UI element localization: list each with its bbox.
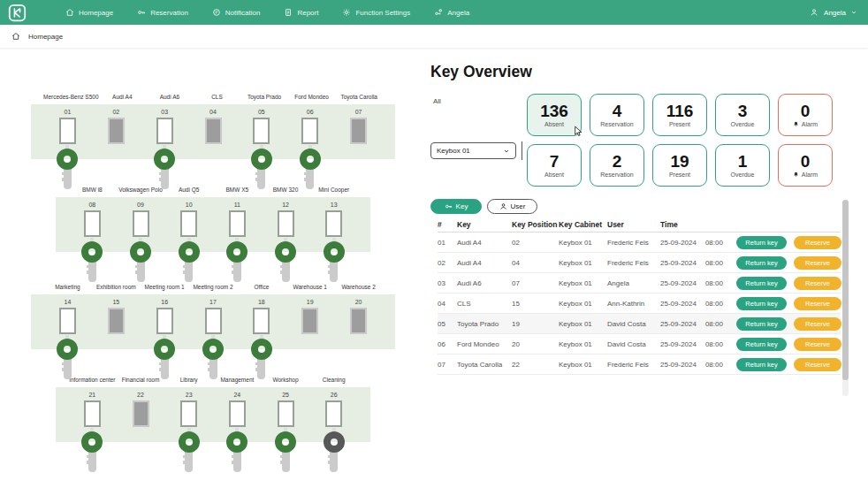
return-key-button[interactable]: Return key (736, 358, 787, 371)
key-slot-26[interactable]: 26 (309, 387, 358, 442)
cell-key: Toyota Prado (457, 320, 512, 328)
stat-card-reservation[interactable]: 2Reservation (590, 144, 644, 187)
table-body: 01Audi A402Keybox 01Frederic Fels25-09-2… (438, 233, 841, 375)
stat-card-present[interactable]: 19Present (652, 144, 707, 187)
toggle-key-button[interactable]: Key (430, 199, 482, 214)
key-slot-06[interactable]: 06 (286, 104, 334, 159)
stat-card-alarm[interactable]: 0Alarm (778, 94, 833, 136)
return-key-button[interactable]: Return key (736, 297, 787, 310)
key-slot-17[interactable]: 17 (189, 294, 238, 349)
slot-label: Volkswagen Polo (117, 187, 165, 195)
key-slot-18[interactable]: 18 (237, 294, 286, 349)
reserve-button[interactable]: Reserve (794, 236, 841, 249)
slot-label: BMW i8 (68, 187, 117, 195)
key-slot-22[interactable]: 22 (117, 387, 165, 442)
key-slot-16[interactable]: 16 (141, 294, 189, 349)
slot-label: Workshop (262, 377, 310, 385)
key-slot-19[interactable]: 19 (286, 294, 334, 349)
stat-card-present[interactable]: 116Present (652, 94, 707, 136)
home-icon[interactable] (11, 32, 21, 42)
stat-card-absent[interactable]: 7Absent (527, 144, 582, 187)
key-slot-23[interactable]: 23 (164, 387, 213, 442)
nav-item-function-settings[interactable]: Function Settings (342, 8, 410, 17)
nav-item-reservation[interactable]: Reservation (137, 8, 188, 17)
return-key-button[interactable]: Return key (736, 317, 787, 331)
key-slot-21[interactable]: 21 (68, 387, 117, 442)
table-row: 01Audi A402Keybox 01Frederic Fels25-09-2… (438, 233, 841, 253)
key-slot-03[interactable]: 03 (141, 104, 189, 159)
key-shank-icon (64, 357, 72, 379)
slot-socket (253, 118, 270, 144)
bell-icon (793, 121, 799, 127)
key-slot-04[interactable]: 04 (189, 104, 238, 159)
nav-item-angela[interactable]: Angela (434, 8, 469, 17)
user-menu[interactable]: Angela (810, 8, 857, 18)
reserve-button[interactable]: Reserve (794, 317, 841, 331)
key-slot-02[interactable]: 02 (92, 104, 141, 159)
reserve-button[interactable]: Reserve (794, 297, 841, 310)
key-slot-15[interactable]: 15 (92, 294, 141, 349)
reserve-button[interactable]: Reserve (794, 358, 841, 371)
return-key-button[interactable]: Return key (736, 256, 787, 270)
cell-user: Ann-Kathrin (607, 300, 660, 308)
return-key-button[interactable]: Return key (736, 277, 787, 290)
key-slot-13[interactable]: 13 (309, 197, 358, 252)
key-slot-14[interactable]: 14 (43, 294, 92, 349)
slot-number: 26 (331, 392, 338, 398)
slot-number: 08 (88, 202, 95, 208)
toggle-user-button[interactable]: User (487, 199, 537, 214)
key-shank-icon (88, 260, 96, 282)
key-slot-01[interactable]: 01 (43, 104, 92, 159)
slot-number: 21 (88, 392, 95, 398)
key-shank-icon (233, 260, 241, 282)
nav-item-notification[interactable]: Notification (212, 8, 261, 17)
scope-all-label: All (433, 97, 441, 105)
key-slot-05[interactable]: 05 (237, 104, 286, 159)
slot-label: Ford Mondeo (288, 94, 336, 103)
keybox-select[interactable]: Keybox 01 (430, 142, 516, 159)
key-slot-08[interactable]: 08 (68, 197, 117, 252)
slot-socket (156, 118, 173, 144)
key-slot-09[interactable]: 09 (117, 197, 165, 252)
slot-number: 15 (112, 299, 119, 305)
key-slot-11[interactable]: 11 (213, 197, 262, 252)
reserve-button[interactable]: Reserve (794, 338, 841, 351)
return-key-button[interactable]: Return key (736, 338, 787, 351)
slot-label: Management (213, 377, 262, 385)
slot-number: 02 (112, 109, 119, 115)
slot-number: 19 (307, 299, 314, 305)
cell-num: 07 (438, 361, 457, 369)
stat-card-overdue[interactable]: 1Overdue (715, 144, 770, 187)
nav-item-homepage[interactable]: Homepage (65, 8, 113, 17)
key-slot-24[interactable]: 24 (213, 387, 262, 442)
strip-band: 01020304050607 (31, 104, 395, 159)
key-slot-12[interactable]: 12 (262, 197, 310, 252)
stat-card-overdue[interactable]: 3Overdue (715, 94, 770, 136)
key-shank-icon (306, 167, 314, 189)
key-slot-20[interactable]: 20 (334, 294, 383, 349)
key-slot-10[interactable]: 10 (164, 197, 213, 252)
table-scrollbar-thumb[interactable] (842, 200, 849, 380)
stat-card-label: Reservation (600, 121, 633, 127)
key-icon (445, 202, 453, 210)
stat-card-label: Present (669, 121, 690, 127)
stat-card-alarm[interactable]: 0Alarm (778, 144, 833, 187)
reserve-button[interactable]: Reserve (794, 256, 841, 270)
slot-label: Toyota Carolla (335, 94, 383, 103)
key-ring-icon (324, 431, 345, 453)
return-key-button[interactable]: Return key (736, 236, 787, 249)
key-slot-25[interactable]: 25 (262, 387, 310, 442)
settings-icon (342, 8, 351, 17)
keyboard-strip: BMW i8Volkswagen PoloAudi Q5BMW X5BMW 32… (56, 187, 370, 252)
slot-label: BMW 320 (262, 187, 310, 195)
stat-card-value: 7 (550, 153, 560, 170)
stat-card-reservation[interactable]: 4Reservation (590, 94, 644, 136)
breadcrumb-label[interactable]: Homepage (28, 33, 63, 41)
app-logo-icon[interactable] (8, 4, 27, 22)
reserve-button[interactable]: Reserve (794, 277, 841, 290)
nav-item-label: Function Settings (355, 9, 410, 17)
nav-item-report[interactable]: Report (284, 8, 318, 17)
cell-key: Ford Mondeo (457, 340, 512, 348)
key-slot-07[interactable]: 07 (334, 104, 383, 159)
mouse-cursor-icon (573, 125, 584, 136)
